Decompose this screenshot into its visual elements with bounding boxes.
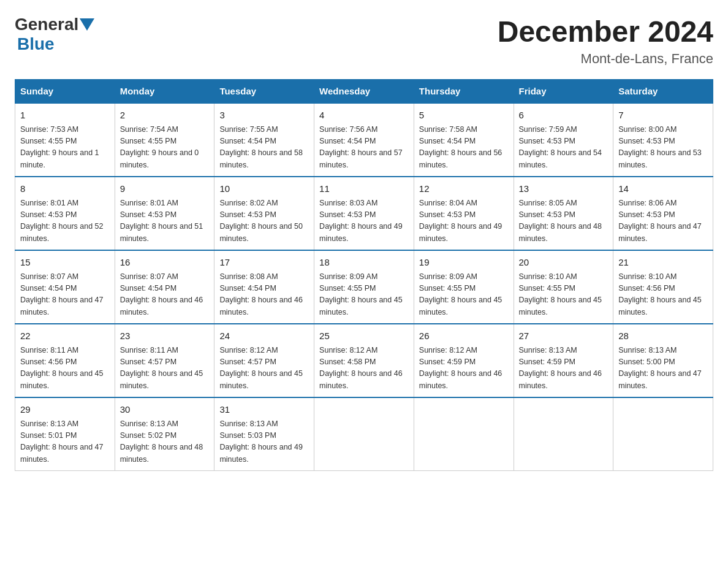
day-number: 17 — [219, 256, 309, 270]
day-number: 22 — [20, 329, 110, 343]
day-number: 1 — [20, 109, 110, 123]
day-number: 9 — [120, 182, 210, 196]
day-info: Sunrise: 8:08 AMSunset: 4:54 PMDaylight:… — [219, 271, 309, 319]
week-row-2: 8 Sunrise: 8:01 AMSunset: 4:53 PMDayligh… — [15, 177, 713, 250]
day-info: Sunrise: 8:09 AMSunset: 4:55 PMDaylight:… — [319, 271, 409, 319]
calendar-cell: 21 Sunrise: 8:10 AMSunset: 4:56 PMDaylig… — [613, 250, 713, 324]
calendar-cell: 30 Sunrise: 8:13 AMSunset: 5:02 PMDaylig… — [115, 397, 214, 471]
day-info: Sunrise: 8:04 AMSunset: 4:53 PMDaylight:… — [419, 197, 509, 245]
day-info: Sunrise: 8:05 AMSunset: 4:53 PMDaylight:… — [519, 197, 609, 245]
day-number: 3 — [219, 109, 309, 123]
calendar-cell: 22 Sunrise: 8:11 AMSunset: 4:56 PMDaylig… — [15, 324, 115, 397]
calendar-cell: 28 Sunrise: 8:13 AMSunset: 5:00 PMDaylig… — [613, 324, 713, 397]
calendar-cell: 2 Sunrise: 7:54 AMSunset: 4:55 PMDayligh… — [115, 103, 214, 177]
logo: General Blue — [15, 15, 96, 54]
day-number: 27 — [519, 329, 609, 343]
calendar-cell: 3 Sunrise: 7:55 AMSunset: 4:54 PMDayligh… — [214, 103, 314, 177]
day-number: 15 — [20, 256, 110, 270]
calendar-cell: 14 Sunrise: 8:06 AMSunset: 4:53 PMDaylig… — [613, 177, 713, 250]
day-number: 24 — [219, 329, 309, 343]
day-number: 5 — [419, 109, 509, 123]
day-number: 19 — [419, 256, 509, 270]
day-info: Sunrise: 7:59 AMSunset: 4:53 PMDaylight:… — [519, 124, 609, 172]
day-number: 14 — [618, 182, 708, 196]
day-info: Sunrise: 8:01 AMSunset: 4:53 PMDaylight:… — [120, 197, 210, 245]
calendar-cell: 20 Sunrise: 8:10 AMSunset: 4:55 PMDaylig… — [514, 250, 613, 324]
week-row-4: 22 Sunrise: 8:11 AMSunset: 4:56 PMDaylig… — [15, 324, 713, 397]
calendar-cell — [314, 397, 414, 471]
calendar-cell: 18 Sunrise: 8:09 AMSunset: 4:55 PMDaylig… — [314, 250, 414, 324]
calendar-cell: 8 Sunrise: 8:01 AMSunset: 4:53 PMDayligh… — [15, 177, 115, 250]
day-info: Sunrise: 8:01 AMSunset: 4:53 PMDaylight:… — [20, 197, 110, 245]
calendar-header-row: SundayMondayTuesdayWednesdayThursdayFrid… — [15, 80, 713, 104]
day-info: Sunrise: 8:12 AMSunset: 4:59 PMDaylight:… — [419, 345, 509, 393]
day-info: Sunrise: 8:10 AMSunset: 4:55 PMDaylight:… — [519, 271, 609, 319]
calendar-cell: 4 Sunrise: 7:56 AMSunset: 4:54 PMDayligh… — [314, 103, 414, 177]
day-number: 26 — [419, 329, 509, 343]
header-monday: Monday — [115, 80, 214, 104]
day-info: Sunrise: 8:02 AMSunset: 4:53 PMDaylight:… — [219, 197, 309, 245]
calendar-cell — [514, 397, 613, 471]
day-info: Sunrise: 8:11 AMSunset: 4:57 PMDaylight:… — [120, 345, 210, 393]
day-number: 2 — [120, 109, 210, 123]
calendar-cell: 9 Sunrise: 8:01 AMSunset: 4:53 PMDayligh… — [115, 177, 214, 250]
day-number: 20 — [519, 256, 609, 270]
day-info: Sunrise: 7:55 AMSunset: 4:54 PMDaylight:… — [219, 124, 309, 172]
day-number: 16 — [120, 256, 210, 270]
calendar-cell: 26 Sunrise: 8:12 AMSunset: 4:59 PMDaylig… — [414, 324, 514, 397]
calendar-cell: 24 Sunrise: 8:12 AMSunset: 4:57 PMDaylig… — [214, 324, 314, 397]
day-info: Sunrise: 8:10 AMSunset: 4:56 PMDaylight:… — [618, 271, 708, 319]
day-number: 30 — [120, 403, 210, 417]
day-info: Sunrise: 8:13 AMSunset: 5:03 PMDaylight:… — [219, 418, 309, 466]
day-info: Sunrise: 8:11 AMSunset: 4:56 PMDaylight:… — [20, 345, 110, 393]
day-number: 23 — [120, 329, 210, 343]
calendar-table: SundayMondayTuesdayWednesdayThursdayFrid… — [15, 79, 713, 471]
location-label: Mont-de-Lans, France — [498, 51, 713, 67]
calendar-cell: 19 Sunrise: 8:09 AMSunset: 4:55 PMDaylig… — [414, 250, 514, 324]
day-number: 18 — [319, 256, 409, 270]
day-info: Sunrise: 8:12 AMSunset: 4:57 PMDaylight:… — [219, 345, 309, 393]
day-number: 10 — [219, 182, 309, 196]
calendar-cell: 17 Sunrise: 8:08 AMSunset: 4:54 PMDaylig… — [214, 250, 314, 324]
day-info: Sunrise: 8:12 AMSunset: 4:58 PMDaylight:… — [319, 345, 409, 393]
week-row-3: 15 Sunrise: 8:07 AMSunset: 4:54 PMDaylig… — [15, 250, 713, 324]
day-number: 13 — [519, 182, 609, 196]
day-number: 12 — [419, 182, 509, 196]
calendar-cell: 6 Sunrise: 7:59 AMSunset: 4:53 PMDayligh… — [514, 103, 613, 177]
header-wednesday: Wednesday — [314, 80, 414, 104]
day-info: Sunrise: 8:00 AMSunset: 4:53 PMDaylight:… — [618, 124, 708, 172]
header-thursday: Thursday — [414, 80, 514, 104]
day-info: Sunrise: 8:13 AMSunset: 4:59 PMDaylight:… — [519, 345, 609, 393]
calendar-cell: 15 Sunrise: 8:07 AMSunset: 4:54 PMDaylig… — [15, 250, 115, 324]
title-area: December 2024 Mont-de-Lans, France — [498, 15, 713, 67]
day-info: Sunrise: 8:13 AMSunset: 5:00 PMDaylight:… — [618, 345, 708, 393]
calendar-cell: 31 Sunrise: 8:13 AMSunset: 5:03 PMDaylig… — [214, 397, 314, 471]
calendar-cell: 16 Sunrise: 8:07 AMSunset: 4:54 PMDaylig… — [115, 250, 214, 324]
day-number: 25 — [319, 329, 409, 343]
calendar-cell: 1 Sunrise: 7:53 AMSunset: 4:55 PMDayligh… — [15, 103, 115, 177]
day-info: Sunrise: 8:09 AMSunset: 4:55 PMDaylight:… — [419, 271, 509, 319]
header-tuesday: Tuesday — [214, 80, 314, 104]
day-number: 11 — [319, 182, 409, 196]
page-header: General Blue December 2024 Mont-de-Lans,… — [15, 15, 713, 67]
calendar-cell — [414, 397, 514, 471]
logo-general-text: General — [15, 15, 78, 34]
calendar-cell: 25 Sunrise: 8:12 AMSunset: 4:58 PMDaylig… — [314, 324, 414, 397]
logo-blue-text: Blue — [17, 34, 55, 53]
day-info: Sunrise: 7:56 AMSunset: 4:54 PMDaylight:… — [319, 124, 409, 172]
day-number: 4 — [319, 109, 409, 123]
calendar-cell: 11 Sunrise: 8:03 AMSunset: 4:53 PMDaylig… — [314, 177, 414, 250]
day-number: 28 — [618, 329, 708, 343]
day-info: Sunrise: 7:58 AMSunset: 4:54 PMDaylight:… — [419, 124, 509, 172]
week-row-1: 1 Sunrise: 7:53 AMSunset: 4:55 PMDayligh… — [15, 103, 713, 177]
calendar-cell: 23 Sunrise: 8:11 AMSunset: 4:57 PMDaylig… — [115, 324, 214, 397]
calendar-cell: 27 Sunrise: 8:13 AMSunset: 4:59 PMDaylig… — [514, 324, 613, 397]
day-info: Sunrise: 8:07 AMSunset: 4:54 PMDaylight:… — [120, 271, 210, 319]
calendar-cell: 29 Sunrise: 8:13 AMSunset: 5:01 PMDaylig… — [15, 397, 115, 471]
day-number: 21 — [618, 256, 708, 270]
calendar-cell: 12 Sunrise: 8:04 AMSunset: 4:53 PMDaylig… — [414, 177, 514, 250]
calendar-cell: 10 Sunrise: 8:02 AMSunset: 4:53 PMDaylig… — [214, 177, 314, 250]
day-number: 8 — [20, 182, 110, 196]
logo-triangle-icon — [80, 18, 94, 31]
day-number: 29 — [20, 403, 110, 417]
